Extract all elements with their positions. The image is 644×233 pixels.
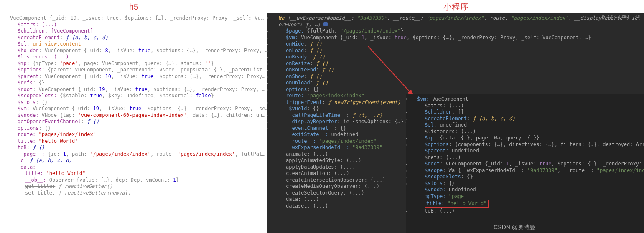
- r-route2-val: "pages/index/index": [316, 138, 377, 144]
- row-opener[interactable]: getOpenerEventChannel: ƒ (): [3, 119, 265, 125]
- s-mptype[interactable]: mpType: "page": [410, 193, 640, 200]
- s-slots[interactable]: $slots: {}: [410, 180, 640, 187]
- row-c[interactable]: _c: ƒ (a, b, c, d): [3, 157, 265, 164]
- chevron-right-icon[interactable]: [267, 119, 268, 125]
- row-tob[interactable]: toB: ƒ (): [3, 144, 265, 151]
- s-el[interactable]: $el: undefined: [410, 122, 640, 129]
- r-onresize[interactable]: onResize: ƒ (): [271, 61, 641, 67]
- r-applydata-label: applyDataUpdates: (...): [286, 164, 355, 170]
- r-onhide[interactable]: onHide: ƒ (): [271, 41, 641, 48]
- chevron-right-icon[interactable]: [267, 28, 268, 35]
- chevron-right-icon[interactable]: [406, 116, 407, 122]
- s-scope[interactable]: $scope: Wa {__wxExparserNodeId__: "9a437…: [410, 167, 640, 174]
- set-title-label: set title:: [25, 190, 55, 196]
- chevron-right-icon[interactable]: [406, 161, 407, 167]
- row-listeners[interactable]: $listeners: (...): [3, 54, 265, 61]
- row-root[interactable]: $root: VueComponent {_uid: 19, _isVue: t…: [3, 86, 265, 93]
- row-get-title[interactable]: get title: ƒ reactiveGetter(): [3, 183, 265, 190]
- data-title-val: "hello World": [43, 170, 85, 176]
- s-title[interactable]: title: "hello World": [410, 200, 640, 208]
- row-attrs[interactable]: $attrs: (...): [3, 22, 265, 28]
- row-set-title[interactable]: set title: ƒ reactiveSetter(newVal): [3, 190, 265, 197]
- r-page[interactable]: $page: {fullPath: "/pages/index/index"}: [271, 28, 641, 35]
- info-icon[interactable]: [323, 22, 328, 26]
- obj-root[interactable]: VueComponent {_uid: 19, _isVue: true, $o…: [3, 15, 265, 22]
- page-label: __page__:: [18, 151, 45, 157]
- r-vm[interactable]: $vm: VueComponent {_uid: 1, _isVue: true…: [271, 35, 641, 41]
- chevron-right-icon[interactable]: [406, 109, 407, 116]
- row-children[interactable]: $children: [VueComponent]: [3, 28, 265, 35]
- chevron-right-icon[interactable]: [267, 48, 268, 54]
- chevron-right-icon[interactable]: [267, 35, 268, 41]
- chevron-right-icon[interactable]: [267, 41, 268, 48]
- ob-label: __ob__:: [25, 177, 46, 183]
- row-options2[interactable]: options: {}: [3, 125, 265, 132]
- row-title[interactable]: title: "hello World": [3, 138, 265, 145]
- r-root2[interactable]: erEvent: ƒ, …}: [271, 22, 641, 28]
- chevron-right-icon[interactable]: [267, 54, 268, 61]
- s-listeners[interactable]: $listeners: (...): [410, 129, 640, 135]
- s-scoped[interactable]: $scopedSlots: {}: [410, 174, 640, 180]
- s-root[interactable]: $vm: VueComponent: [410, 96, 640, 103]
- r-data-label: data: (...): [286, 196, 319, 202]
- devtools-h5-panel[interactable]: VueComponent {_uid: 19, _isVue: true, $o…: [0, 13, 267, 233]
- r-onunload[interactable]: onUnload: ƒ (): [271, 80, 641, 86]
- row-mp[interactable]: $mp: {mpType: 'page', page: VueComponent…: [3, 61, 265, 67]
- s-parent[interactable]: $parent: undefined: [410, 148, 640, 154]
- row-data[interactable]: _data:: [3, 164, 265, 171]
- chevron-right-icon[interactable]: [267, 86, 268, 93]
- chevron-right-icon[interactable]: [267, 61, 268, 67]
- row-ob[interactable]: __ob__: Observer {value: {…}, dep: Dep, …: [3, 177, 265, 184]
- chevron-right-icon[interactable]: [267, 99, 268, 106]
- chevron-right-icon[interactable]: [406, 135, 407, 142]
- r-onready[interactable]: onReady: ƒ (): [271, 54, 641, 61]
- r-onroute[interactable]: onRouteEnd: ƒ (): [271, 67, 641, 73]
- r-onshow[interactable]: onShow: ƒ (): [271, 73, 641, 80]
- chevron-right-icon[interactable]: [267, 73, 268, 80]
- chevron-right-icon[interactable]: [267, 67, 268, 73]
- row-route[interactable]: route: "pages/index/index": [3, 132, 265, 138]
- chevron-right-icon[interactable]: [406, 142, 407, 148]
- row-el[interactable]: $el: uni-view.content: [3, 41, 265, 48]
- row-slots[interactable]: $slots: {}: [3, 99, 265, 106]
- s-mp-rest: {data: {…}, page: Wa, query: {…}}: [437, 135, 540, 141]
- r-wxnode-label: __wxExparserNodeId__:: [286, 144, 349, 150]
- row-refs[interactable]: $refs: {}: [3, 80, 265, 86]
- s-refs-label: $refs: (...): [425, 154, 461, 160]
- chevron-right-icon[interactable]: [406, 180, 407, 187]
- chevron-right-icon[interactable]: [267, 125, 268, 132]
- row-parent[interactable]: $parent: VueComponent {_uid: 10, _isVue:…: [3, 73, 265, 80]
- chevron-right-icon[interactable]: [267, 112, 268, 119]
- s-options[interactable]: $options: {components: {…}, directives: …: [410, 142, 640, 148]
- row-vnode[interactable]: $vnode: VNode {tag: 'vue-component-60-pa…: [3, 112, 265, 119]
- s-attrs[interactable]: $attrs: (...): [410, 103, 640, 109]
- row-holder[interactable]: $holder: VueComponent {_uid: 8, _isVue: …: [3, 48, 265, 54]
- r-root[interactable]: Wa {__wxExparserNodeId__: "9a437339", __…: [271, 15, 641, 22]
- attrs: $attrs: (...): [18, 22, 57, 28]
- listeners: $listeners: (...): [18, 54, 69, 60]
- s-mp[interactable]: $mp: {data: {…}, page: Wa, query: {…}}: [410, 135, 640, 142]
- title-label: title:: [18, 138, 36, 144]
- s-root2[interactable]: $root: VueComponent {_uid: 1, _isVue: tr…: [410, 161, 640, 167]
- chevron-right-icon[interactable]: [406, 167, 407, 174]
- chevron-right-icon[interactable]: [406, 208, 407, 215]
- row-data-title[interactable]: title: "hello World": [3, 170, 265, 177]
- row-create[interactable]: $createElement: ƒ (a, b, c, d): [3, 35, 265, 41]
- r-options[interactable]: options: {}: [271, 86, 641, 93]
- chevron-down-icon[interactable]: [267, 15, 268, 22]
- subpanel-vm[interactable]: $vm: VueComponent $attrs: (...) $childre…: [406, 94, 644, 233]
- s-tob[interactable]: toB: (...): [410, 208, 640, 215]
- s-create[interactable]: $createElement: ƒ (a, b, c, d): [410, 116, 640, 122]
- chevron-right-icon[interactable]: [267, 80, 268, 86]
- devtools-miniprogram-panel[interactable]: b.js? [sm]:148 Wa {__wxExparserNodeId__:…: [267, 13, 644, 233]
- chevron-right-icon[interactable]: [406, 174, 407, 180]
- s-refs[interactable]: $refs: (...): [410, 154, 640, 161]
- s-children[interactable]: $children: []: [410, 109, 640, 116]
- row-vm[interactable]: $vm: VueComponent {_uid: 19, _isVue: tru…: [3, 106, 265, 112]
- s-vnode[interactable]: $vnode: undefined: [410, 187, 640, 193]
- r-onload[interactable]: onLoad: ƒ (): [271, 48, 641, 54]
- row-scoped[interactable]: $scopedSlots: {$stable: true, $key: unde…: [3, 93, 265, 99]
- chevron-down-icon[interactable]: [406, 96, 407, 103]
- row-page[interactable]: __page__: {id: 1, path: '/pages/index/in…: [3, 151, 265, 158]
- row-options[interactable]: $options: {parent: VueComponent, _parent…: [3, 67, 265, 73]
